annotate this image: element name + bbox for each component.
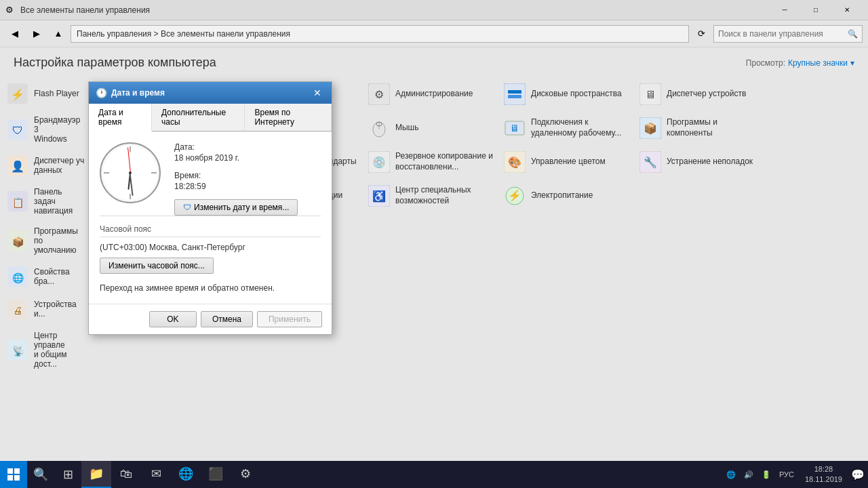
analog-clock [100, 142, 161, 203]
taskbar-app-edge[interactable]: 🌐 [171, 461, 201, 488]
store-taskbar-icon: 🛍 [120, 467, 132, 481]
svg-rect-54 [7, 475, 13, 481]
systray: 🌐 🔊 🔋 РУС [721, 470, 800, 479]
taskbar-right: 🌐 🔊 🔋 РУС 18:28 18.11.2019 💬 [721, 461, 868, 488]
time-row: Время: 18:28:59 [174, 171, 321, 191]
clock-minute-hand [130, 173, 134, 196]
start-button[interactable] [0, 461, 27, 488]
time-value: 18:28:59 [174, 182, 321, 191]
tab-internet-time[interactable]: Время по Интернету [245, 104, 332, 131]
taskbar-app-explorer[interactable]: 📁 [81, 461, 111, 488]
ok-button[interactable]: OK [149, 311, 197, 327]
taskbar-app-settings[interactable]: ⚙ [231, 461, 260, 488]
dialog-title-bar: 🕐 Дата и время ✕ [89, 82, 332, 104]
timezone-underline [100, 237, 321, 237]
lang-indicator[interactable]: РУС [776, 470, 797, 479]
taskbar-app-cmd[interactable]: ⬛ [201, 461, 231, 488]
notification-button[interactable]: 💬 [848, 461, 868, 488]
clock-date: 18.11.2019 [805, 474, 842, 485]
sound-icon-systray[interactable]: 🔊 [741, 470, 756, 479]
clock-info: Дата: 18 ноября 2019 г. Время: 18:28:59 … [174, 142, 321, 216]
change-datetime-button[interactable]: 🛡 Изменить дату и время... [174, 199, 298, 216]
network-icon-systray[interactable]: 🌐 [724, 470, 738, 479]
search-taskbar-icon: 🔍 [33, 467, 48, 482]
dst-text: Переход на зимнее время и обратно отмене… [100, 283, 321, 293]
settings-taskbar-icon: ⚙ [240, 466, 251, 481]
shield-icon: 🛡 [183, 203, 191, 212]
date-label: Дата: [174, 142, 321, 152]
svg-rect-55 [14, 475, 20, 481]
notification-icon: 💬 [851, 468, 865, 481]
timezone-section-label: Часовой пояс [100, 224, 321, 234]
cmd-taskbar-icon: ⬛ [208, 466, 223, 481]
battery-icon-systray[interactable]: 🔋 [759, 470, 774, 479]
change-tz-label: Изменить часовой пояс... [108, 261, 205, 270]
clock-center [129, 171, 132, 174]
svg-rect-52 [7, 468, 13, 474]
timezone-divider [100, 216, 321, 216]
search-button[interactable]: 🔍 [27, 461, 54, 488]
dialog-tabs: Дата и время Дополнительные часы Время п… [89, 104, 332, 131]
dialog-close-button[interactable]: ✕ [310, 85, 325, 100]
date-row: Дата: 18 ноября 2019 г. [174, 142, 321, 163]
datetime-dialog: 🕐 Дата и время ✕ Дата и время Дополнител… [88, 81, 332, 335]
dialog-body: Дата: 18 ноября 2019 г. Время: 18:28:59 … [89, 131, 332, 304]
task-view-icon: ⊞ [63, 467, 73, 482]
time-label: Время: [174, 171, 321, 180]
mail-taskbar-icon: ✉ [151, 466, 161, 481]
taskbar: 🔍 ⊞ 📁 🛍 ✉ 🌐 ⬛ ⚙ 🌐 🔊 🔋 РУС 18:28 18.11.20… [0, 461, 868, 488]
clock-time: 18:28 [805, 464, 842, 474]
dialog-title-text: Дата и время [111, 88, 306, 98]
cancel-button[interactable]: Отмена [201, 311, 253, 327]
timezone-value: (UTC+03:00) Москва, Санкт-Петербург [100, 243, 321, 252]
dialog-footer: OK Отмена Применить [89, 304, 332, 334]
tab-date-time[interactable]: Дата и время [89, 104, 152, 131]
change-datetime-label: Изменить дату и время... [194, 203, 289, 212]
tab-additional-clocks[interactable]: Дополнительные часы [152, 104, 245, 131]
clock-area: Дата: 18 ноября 2019 г. Время: 18:28:59 … [100, 142, 321, 216]
change-timezone-button[interactable]: Изменить часовой пояс... [100, 258, 214, 274]
task-view-button[interactable]: ⊞ [54, 461, 81, 488]
svg-rect-53 [14, 468, 20, 474]
edge-taskbar-icon: 🌐 [178, 466, 193, 481]
explorer-taskbar-icon: 📁 [89, 466, 104, 481]
taskbar-time[interactable]: 18:28 18.11.2019 [800, 464, 848, 485]
apply-button[interactable]: Применить [257, 311, 322, 327]
windows-logo-icon [7, 468, 20, 481]
taskbar-app-store[interactable]: 🛍 [111, 461, 141, 488]
taskbar-app-mail[interactable]: ✉ [141, 461, 171, 488]
date-value: 18 ноября 2019 г. [174, 153, 321, 163]
